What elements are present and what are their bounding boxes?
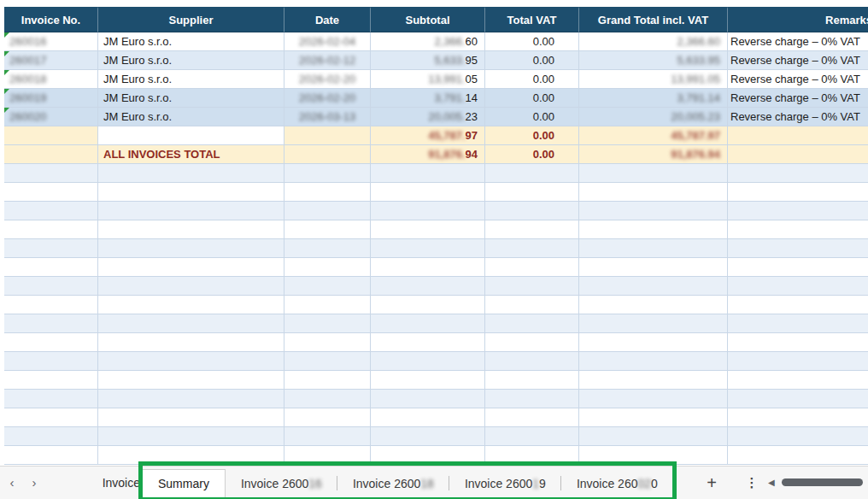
cell-remarks[interactable] [728, 164, 868, 183]
cell-date[interactable]: 2026-02-12 [284, 51, 371, 70]
cell-grand-total[interactable]: 3,791.14 [579, 89, 728, 108]
cell-subtotal[interactable] [371, 258, 485, 277]
cell-subtotal[interactable]: 3,791.14 [371, 89, 485, 108]
cell-grand-total[interactable] [579, 296, 728, 314]
cell-grand-total[interactable] [579, 164, 728, 183]
cell-grand-total[interactable]: 91,876.94 [579, 145, 728, 164]
cell-invoice-no[interactable] [4, 277, 98, 296]
sheet-menu-icon[interactable]: ⋮ [745, 472, 759, 494]
cell-remarks[interactable] [728, 202, 868, 220]
cell-supplier[interactable] [98, 352, 284, 371]
cell-subtotal[interactable] [371, 446, 485, 465]
cell-invoice-no[interactable]: 260019 [4, 89, 98, 108]
sheet-nav-left-icon[interactable]: ‹ [5, 474, 19, 491]
hscroll-left-arrow-icon[interactable]: ◀ [768, 478, 775, 488]
cell-date[interactable] [284, 408, 371, 427]
cell-grand-total[interactable] [579, 333, 728, 352]
cell-total-vat[interactable]: 0.00 [485, 70, 579, 89]
cell-total-vat[interactable]: 0.00 [485, 108, 579, 126]
cell-total-vat[interactable] [485, 239, 579, 258]
cell-total-vat[interactable] [485, 390, 579, 408]
cell-supplier[interactable] [98, 126, 284, 145]
cell-subtotal[interactable]: 2,366.60 [371, 32, 485, 51]
column-header-invoice-no[interactable]: Invoice No. [4, 7, 98, 32]
cell-total-vat[interactable] [485, 333, 579, 352]
cell-remarks[interactable] [728, 371, 868, 390]
sheet-tab-invoice-260016[interactable]: Invoice 260016 [226, 469, 337, 497]
cell-grand-total[interactable] [579, 408, 728, 427]
column-header-grand-total[interactable]: Grand Total incl. VAT [579, 7, 728, 32]
sheet-nav-right-icon[interactable]: › [27, 474, 41, 491]
cell-date[interactable] [284, 239, 371, 258]
cell-total-vat[interactable] [485, 164, 579, 183]
cell-supplier[interactable] [98, 371, 284, 390]
cell-invoice-no[interactable] [4, 258, 98, 277]
cell-supplier[interactable] [98, 164, 284, 183]
sheet-tab-summary[interactable]: Summary [142, 469, 226, 497]
cell-grand-total[interactable]: 45,787.97 [579, 126, 728, 145]
cell-subtotal[interactable]: 45,787.97 [371, 126, 485, 145]
cell-invoice-no[interactable] [4, 314, 98, 333]
cell-remarks[interactable] [728, 239, 868, 258]
cell-date[interactable] [284, 314, 371, 333]
cell-invoice-no[interactable] [4, 202, 98, 220]
cell-grand-total[interactable] [579, 427, 728, 446]
cell-date[interactable] [284, 296, 371, 314]
cell-grand-total[interactable] [579, 277, 728, 296]
column-header-total-vat[interactable]: Total VAT [485, 7, 579, 32]
cell-subtotal[interactable] [371, 183, 485, 202]
cell-grand-total[interactable] [579, 352, 728, 371]
cell-date[interactable]: 2026-02-04 [284, 32, 371, 51]
cell-supplier[interactable] [98, 239, 284, 258]
cell-date[interactable] [284, 202, 371, 220]
cell-supplier[interactable] [98, 446, 284, 465]
cell-date[interactable] [284, 220, 371, 239]
cell-invoice-no[interactable] [4, 145, 98, 164]
cell-subtotal[interactable] [371, 314, 485, 333]
cell-date[interactable] [284, 277, 371, 296]
cell-grand-total[interactable]: 5,633.95 [579, 51, 728, 70]
cell-remarks[interactable] [728, 314, 868, 333]
cell-subtotal[interactable] [371, 371, 485, 390]
column-header-subtotal[interactable]: Subtotal [371, 7, 485, 32]
cell-invoice-no[interactable] [4, 183, 98, 202]
cell-total-vat[interactable] [485, 296, 579, 314]
cell-grand-total[interactable] [579, 202, 728, 220]
cell-subtotal[interactable] [371, 164, 485, 183]
cell-date[interactable]: 2026-03-13 [284, 108, 371, 126]
cell-invoice-no[interactable] [4, 126, 98, 145]
cell-grand-total[interactable]: 13,991.05 [579, 70, 728, 89]
cell-supplier[interactable]: JM Euro s.r.o. [98, 70, 284, 89]
cell-grand-total[interactable] [579, 371, 728, 390]
cell-supplier[interactable] [98, 220, 284, 239]
sheet-tab-invoice-260018[interactable]: Invoice 260018 [337, 469, 449, 497]
column-header-supplier[interactable]: Supplier [98, 7, 284, 32]
column-header-remarks[interactable]: Remarks [728, 7, 868, 32]
cell-total-vat[interactable] [485, 277, 579, 296]
cell-subtotal[interactable] [371, 408, 485, 427]
cell-remarks[interactable] [728, 390, 868, 408]
cell-supplier[interactable] [98, 408, 284, 427]
cell-all-total-label[interactable]: ALL INVOICES TOTAL [98, 145, 284, 164]
cell-grand-total[interactable] [579, 183, 728, 202]
cell-remarks[interactable] [728, 352, 868, 371]
cell-grand-total[interactable] [579, 446, 728, 465]
cell-remarks[interactable]: Reverse charge – 0% VAT [728, 89, 868, 108]
sheet-tab-invoice-260020[interactable]: Invoice 260020 [561, 469, 673, 497]
cell-remarks[interactable]: Reverse charge – 0% VAT [728, 51, 868, 70]
cell-supplier[interactable] [98, 183, 284, 202]
cell-remarks[interactable] [728, 145, 868, 164]
cell-subtotal[interactable]: 20,005.23 [371, 108, 485, 126]
cell-date[interactable]: 2026-02-20 [284, 89, 371, 108]
cell-date[interactable] [284, 446, 371, 465]
cell-remarks[interactable] [728, 277, 868, 296]
cell-remarks[interactable]: Reverse charge – 0% VAT [728, 108, 868, 126]
cell-total-vat[interactable] [485, 371, 579, 390]
cell-total-vat[interactable] [485, 446, 579, 465]
cell-grand-total[interactable] [579, 258, 728, 277]
cell-subtotal[interactable]: 5,633.95 [371, 51, 485, 70]
cell-supplier[interactable] [98, 314, 284, 333]
cell-supplier[interactable] [98, 390, 284, 408]
cell-invoice-no[interactable]: 260016 [4, 32, 98, 51]
cell-invoice-no[interactable] [4, 164, 98, 183]
